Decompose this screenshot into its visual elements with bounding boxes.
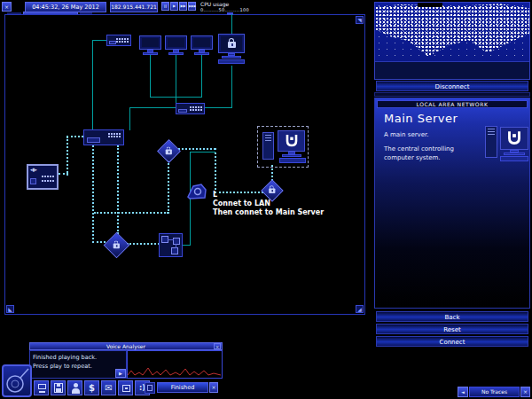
lan-link: [231, 66, 232, 108]
lan-route: [92, 241, 106, 243]
trace-close-button[interactable]: ×: [520, 387, 530, 397]
floppy-label: [56, 388, 61, 392]
hub-detail: [178, 109, 187, 113]
voice-status-line2: Press play to repeat.: [33, 363, 92, 370]
disconnect-button[interactable]: Disconnect: [376, 81, 528, 91]
router-leds: [42, 180, 54, 182]
lan-info-panel: LOCAL AREA NETWORK Main Server A main se…: [374, 98, 530, 309]
window-close-button[interactable]: ×: [214, 343, 221, 349]
lan-modem-node[interactable]: [186, 181, 207, 201]
panel-header: LOCAL AREA NETWORK: [377, 100, 528, 108]
cpu-usage-label: CPU usage: [200, 1, 229, 7]
server-monitor: [278, 130, 305, 152]
map-scroll-up-icon[interactable]: ◥: [356, 16, 364, 24]
person-body: [72, 388, 80, 394]
lan-isolation-bridge-node[interactable]: [159, 233, 183, 257]
email-icon: ✉: [105, 383, 112, 393]
uplink-logo-icon: [4, 366, 30, 395]
uplink-game-screen: × 04:45:32, 26 May 2012 182.915.441.721 …: [0, 0, 532, 399]
lan-terminal-node[interactable]: [191, 35, 213, 57]
task-progress-bar[interactable]: Finished: [157, 382, 208, 393]
hub-leds: [190, 106, 202, 111]
lan-link: [190, 152, 215, 153]
connect-button[interactable]: Connect: [376, 336, 528, 347]
lan-hub-node[interactable]: [106, 35, 131, 46]
lan-terminal-node[interactable]: [165, 35, 187, 57]
lan-hub-node[interactable]: [176, 103, 205, 114]
monitor-stand: [39, 391, 45, 393]
lan-route: [66, 137, 68, 176]
typed-annotation: L Connet to LAN Then connet to Main Serv…: [213, 191, 324, 217]
lan-link: [92, 40, 106, 41]
ip-display: 182.915.441.721: [110, 2, 158, 12]
annotation-line: Connet to LAN: [213, 200, 324, 208]
play-speed1-button[interactable]: ▶: [170, 2, 178, 11]
lan-route: [94, 212, 168, 214]
panel-title: Main Server: [384, 112, 458, 125]
lan-link: [201, 55, 202, 98]
voice-status-line1: Finished playing back.: [33, 354, 97, 361]
floppy-shutter: [57, 384, 60, 387]
router-detail: ◂▮▸: [30, 168, 37, 172]
cpu-usage-scale: 0.........50.........100: [200, 7, 249, 12]
map-notch: [418, 3, 442, 7]
status-button[interactable]: [67, 380, 82, 395]
lan-locked-terminal-node[interactable]: [216, 34, 246, 66]
uplink-menu-button[interactable]: [2, 364, 32, 397]
lan-main-server-node[interactable]: [257, 126, 309, 168]
voice-analyser-titlebar[interactable]: Voice Analyser: [29, 342, 223, 350]
hub-detail: [109, 41, 116, 44]
lan-route: [117, 145, 119, 234]
lock-icon: [228, 42, 236, 48]
play-speed3-button[interactable]: ▶▶▶: [188, 2, 196, 11]
lan-route: [92, 145, 94, 243]
dollar-icon: $: [89, 383, 95, 393]
lan-route: [215, 148, 216, 193]
hub-leds: [108, 133, 121, 137]
lan-route: [127, 243, 160, 245]
chip-button[interactable]: [118, 380, 133, 395]
hub-leds: [116, 38, 129, 43]
waveform-display: [127, 350, 223, 379]
voice-play-button[interactable]: ▶: [115, 369, 126, 378]
monitor-icon: [38, 384, 46, 389]
server-tower: [485, 126, 497, 158]
hardware-button[interactable]: [34, 380, 49, 395]
world-map[interactable]: [374, 2, 530, 80]
lan-link: [129, 107, 176, 108]
voice-analyser-window: Voice Analyser × Finished playing back. …: [29, 342, 223, 379]
map-scroll-downleft-icon[interactable]: ◣: [6, 305, 14, 313]
right-divider-bar: [374, 92, 530, 97]
server-tower: [262, 132, 274, 160]
memory-button[interactable]: [51, 380, 66, 395]
lan-route: [66, 136, 83, 137]
map-scroll-downright-icon[interactable]: ◢: [356, 305, 364, 313]
lan-router-node[interactable]: ◂▮▸: [27, 164, 59, 190]
running-task-icon[interactable]: [145, 382, 155, 394]
map-ocean: [375, 61, 529, 80]
reset-button[interactable]: Reset: [376, 324, 528, 334]
chip-core: [125, 387, 128, 389]
lock-icon: [113, 243, 120, 248]
lan-link: [129, 107, 130, 130]
person-icon: [74, 383, 78, 387]
lan-link: [92, 40, 93, 131]
lan-link: [231, 14, 232, 34]
email-button[interactable]: ✉: [101, 380, 116, 395]
play-speed2-button[interactable]: ▶▶: [179, 2, 187, 11]
lan-map-viewport[interactable]: [4, 14, 365, 315]
task-close-button[interactable]: ×: [209, 382, 218, 393]
waveform-icon: [128, 351, 222, 378]
back-button[interactable]: Back: [376, 311, 528, 322]
lock-icon: [166, 149, 172, 154]
lan-hub-node[interactable]: [83, 129, 124, 145]
router-leds: [42, 176, 54, 177]
finances-button[interactable]: $: [84, 380, 99, 395]
lan-terminal-node[interactable]: [139, 35, 161, 57]
lan-link: [150, 55, 151, 98]
close-button[interactable]: ×: [2, 2, 12, 12]
task-mini-glyph: [147, 385, 153, 391]
pause-button[interactable]: II: [161, 2, 169, 11]
voice-analyser-body: Finished playing back. Press play to rep…: [29, 350, 127, 379]
trace-expand-button[interactable]: ◄: [458, 387, 468, 397]
